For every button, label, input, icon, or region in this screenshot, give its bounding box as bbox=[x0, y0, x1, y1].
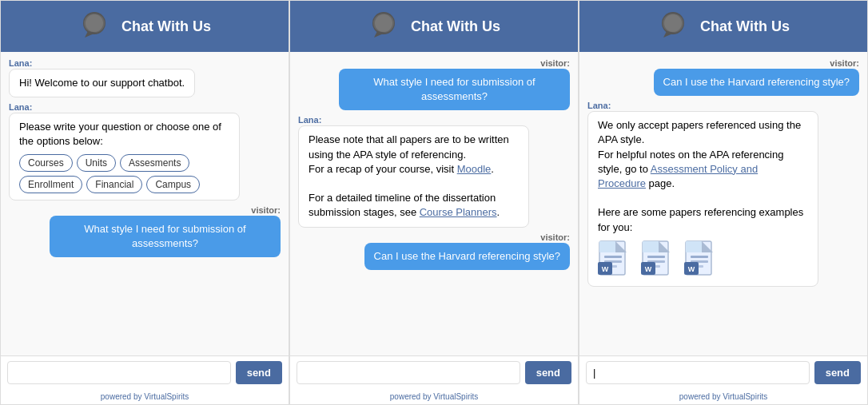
option-units[interactable]: Units bbox=[77, 154, 116, 172]
chat-title-2: Chat With Us bbox=[411, 18, 500, 35]
option-courses[interactable]: Courses bbox=[19, 154, 73, 172]
chat-title-1: Chat With Us bbox=[121, 18, 211, 35]
chat-body-1: Lana: Hi! Welcome to our support chatbot… bbox=[1, 52, 289, 355]
chat-body-2: visitor: What style I need for submissio… bbox=[290, 52, 578, 355]
chat-footer-2: send bbox=[290, 355, 578, 389]
powered-by-3: powered by VirtualSpirits bbox=[579, 389, 867, 404]
option-campus[interactable]: Campus bbox=[146, 176, 200, 193]
lana-bubble-2: Please write your question or choose one… bbox=[9, 113, 240, 200]
visitor-bubble-3: Can I use the Harvard referencing style? bbox=[364, 243, 570, 270]
lana-bubble-1: Hi! Welcome to our support chatbot. bbox=[9, 69, 195, 97]
lana-label-1: Lana: bbox=[9, 58, 32, 68]
lana-row-1: Lana: Hi! Welcome to our support chatbot… bbox=[9, 58, 281, 97]
powered-by-2: powered by VirtualSpirits bbox=[290, 389, 578, 404]
lana-label-3: Lana: bbox=[298, 115, 321, 125]
powered-label-1: powered by bbox=[101, 392, 142, 401]
chat-body-wrap-2: visitor: What style I need for submissio… bbox=[290, 52, 578, 355]
svg-text:W: W bbox=[602, 265, 609, 273]
lana-row-2: Lana: Please write your question or choo… bbox=[9, 102, 281, 200]
powered-label-2: powered by bbox=[390, 392, 432, 401]
chat-panel-3: Chat With Us visitor: Can I use the Harv… bbox=[579, 0, 868, 405]
svg-point-7 bbox=[375, 14, 392, 32]
doc-icon-2: W bbox=[641, 240, 676, 280]
lana-text-4a: We only accept papers referenced using t… bbox=[598, 119, 801, 145]
doc-icon-1: W bbox=[598, 240, 633, 280]
send-button-3[interactable]: send bbox=[814, 361, 861, 384]
doc-icon-3: W bbox=[684, 240, 719, 280]
chat-icon-1 bbox=[78, 9, 113, 44]
chat-title-3: Chat With Us bbox=[700, 18, 790, 35]
chat-input-1[interactable] bbox=[7, 361, 231, 384]
svg-rect-21 bbox=[643, 241, 659, 252]
lana-text-4c: page. bbox=[646, 177, 675, 189]
chat-input-3[interactable] bbox=[586, 361, 810, 384]
svg-point-11 bbox=[664, 14, 682, 32]
powered-brand-1: VirtualSpirits bbox=[144, 392, 189, 401]
option-assesments[interactable]: Assesments bbox=[120, 154, 189, 172]
chat-panel-2: Chat With Us visitor: What style I need … bbox=[289, 0, 579, 405]
svg-point-3 bbox=[86, 14, 103, 32]
chat-footer-3: send bbox=[579, 355, 867, 389]
chat-header-3: Chat With Us bbox=[579, 1, 867, 52]
svg-rect-31 bbox=[691, 256, 708, 258]
visitor-label-1: visitor: bbox=[251, 205, 281, 215]
course-planners-link[interactable]: Course Planners bbox=[420, 206, 497, 218]
visitor-bubble-4: Can I use the Harvard referencing style? bbox=[654, 69, 859, 96]
chat-body-3: visitor: Can I use the Harvard referenci… bbox=[579, 52, 867, 355]
svg-text:W: W bbox=[645, 265, 652, 273]
lana-row-3: Lana: Please note that all papers are to… bbox=[298, 115, 570, 227]
chat-footer-1: send bbox=[1, 355, 289, 389]
visitor-label-2: visitor: bbox=[540, 58, 570, 68]
lana-options-intro: Please write your question or choose one… bbox=[19, 121, 221, 147]
lana-text-3c: . bbox=[491, 163, 494, 175]
powered-brand-3: VirtualSpirits bbox=[723, 392, 767, 401]
chat-panel-1: Chat With Us Lana: Hi! Welcome to our su… bbox=[0, 0, 289, 405]
send-button-2[interactable]: send bbox=[525, 361, 571, 384]
visitor-label-4: visitor: bbox=[830, 58, 859, 68]
chat-body-wrap-3: visitor: Can I use the Harvard referenci… bbox=[579, 52, 867, 355]
visitor-bubble-1: What style I need for submission of asse… bbox=[50, 216, 281, 257]
moodle-link[interactable]: Moodle bbox=[457, 163, 492, 175]
visitor-row-1: visitor: What style I need for submissio… bbox=[9, 205, 281, 257]
powered-label-3: powered by bbox=[679, 392, 721, 401]
lana-row-4: Lana: We only accept papers referenced u… bbox=[587, 101, 859, 287]
svg-text:W: W bbox=[688, 265, 695, 273]
lana-bubble-3: Please note that all papers are to be wr… bbox=[298, 125, 529, 227]
powered-brand-2: VirtualSpirits bbox=[433, 392, 478, 401]
lana-label-2: Lana: bbox=[9, 102, 32, 112]
option-buttons: Courses Units Assesments Enrollment Fina… bbox=[19, 154, 229, 193]
send-button-1[interactable]: send bbox=[236, 361, 282, 384]
chat-icon-2 bbox=[368, 9, 403, 44]
chat-input-2[interactable] bbox=[297, 361, 520, 384]
chat-body-wrap-1: Lana: Hi! Welcome to our support chatbot… bbox=[1, 52, 289, 355]
svg-rect-15 bbox=[604, 256, 622, 258]
visitor-bubble-2: What style I need for submission of asse… bbox=[339, 69, 570, 110]
visitor-label-3: visitor: bbox=[540, 232, 570, 242]
chat-icon-3 bbox=[657, 9, 692, 44]
doc-icons: W W bbox=[598, 240, 808, 280]
lana-text-4d: Here are some papers referencing example… bbox=[598, 206, 803, 232]
svg-rect-23 bbox=[647, 256, 665, 258]
lana-bubble-4: We only accept papers referenced using t… bbox=[587, 111, 818, 287]
visitor-row-4: visitor: Can I use the Harvard referenci… bbox=[587, 58, 859, 96]
chat-header-2: Chat With Us bbox=[290, 1, 578, 52]
option-financial[interactable]: Financial bbox=[86, 176, 142, 193]
lana-text-3b: For a recap of your course, visit bbox=[309, 163, 457, 175]
visitor-row-2: visitor: What style I need for submissio… bbox=[298, 58, 570, 110]
lana-text-3e: . bbox=[497, 206, 500, 218]
lana-label-4: Lana: bbox=[587, 101, 611, 110]
option-enrollment[interactable]: Enrollment bbox=[19, 176, 82, 193]
lana-text-3a: Please note that all papers are to be wr… bbox=[309, 133, 509, 160]
chat-header-1: Chat With Us bbox=[1, 1, 289, 52]
powered-by-1: powered by VirtualSpirits bbox=[1, 389, 289, 404]
visitor-row-3: visitor: Can I use the Harvard referenci… bbox=[298, 232, 570, 270]
svg-rect-13 bbox=[599, 241, 615, 252]
svg-rect-29 bbox=[686, 241, 702, 252]
